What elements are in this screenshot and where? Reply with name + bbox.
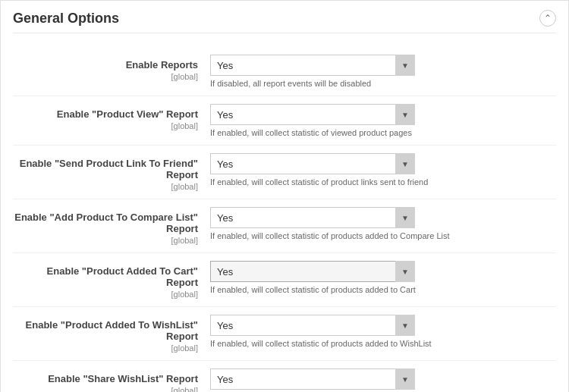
setting-row: Enable "Product Added To Cart" Report[gl…	[13, 253, 556, 307]
setting-hint: If enabled, will collect statistic of pr…	[210, 177, 556, 187]
setting-label-col: Enable "Add Product To Compare List" Rep…	[13, 207, 210, 245]
setting-row: Enable "Share WishList" Report[global]Ye…	[13, 361, 556, 392]
collapse-button[interactable]: ⌃	[539, 10, 556, 27]
setting-scope: [global]	[13, 236, 198, 245]
setting-control-col: YesNo▼If disabled, all report events wil…	[210, 55, 556, 88]
setting-label-col: Enable "Share WishList" Report[global]	[13, 368, 210, 392]
setting-label: Enable "Product View" Report	[13, 108, 198, 120]
setting-select-enable_add_product_compare[interactable]: YesNo	[210, 207, 415, 228]
settings-panel: General Options ⌃ Enable Reports[global]…	[0, 0, 569, 392]
setting-row: Enable "Product Added To WishList" Repor…	[13, 307, 556, 361]
select-wrapper: YesNo▼	[210, 261, 415, 282]
select-wrapper: YesNo▼	[210, 104, 415, 125]
select-wrapper: YesNo▼	[210, 368, 415, 390]
setting-hint: If enabled, will collect statistic of vi…	[210, 128, 556, 137]
setting-hint: If enabled, will collect statistic of pr…	[210, 231, 556, 240]
setting-control-col: YesNo▼If enabled, will collect statistic…	[210, 315, 556, 348]
select-wrapper: YesNo▼	[210, 315, 415, 336]
select-wrapper: YesNo▼	[210, 55, 415, 76]
setting-label-col: Enable "Product Added To Cart" Report[gl…	[13, 261, 210, 299]
setting-label: Enable "Send Product Link To Friend" Rep…	[13, 158, 198, 180]
setting-row: Enable "Product View" Report[global]YesN…	[13, 96, 556, 146]
panel-header: General Options ⌃	[13, 10, 556, 33]
setting-hint: If enabled, will collect statistic of pr…	[210, 285, 556, 294]
select-wrapper: YesNo▼	[210, 153, 415, 174]
setting-scope: [global]	[13, 72, 198, 81]
page-title: General Options	[13, 11, 119, 27]
setting-label: Enable "Add Product To Compare List" Rep…	[13, 212, 198, 234]
setting-hint: If enabled, will collect statistic of pr…	[210, 339, 556, 348]
setting-label: Enable Reports	[13, 59, 198, 71]
setting-row: Enable "Add Product To Compare List" Rep…	[13, 199, 556, 253]
setting-control-col: YesNo▼If enabled, will collect statistic…	[210, 261, 556, 294]
setting-scope: [global]	[13, 343, 198, 353]
setting-label-col: Enable "Product View" Report[global]	[13, 104, 210, 130]
setting-scope: [global]	[13, 121, 198, 130]
setting-control-col: YesNo▼If enabled, will collect statistic…	[210, 153, 556, 187]
setting-scope: [global]	[13, 290, 198, 299]
setting-control-col: YesNo▼If enabled, will collect statistic…	[210, 207, 556, 240]
setting-select-enable_product_added_wishlist[interactable]: YesNo	[210, 315, 415, 336]
setting-label-col: Enable Reports[global]	[13, 55, 210, 81]
setting-control-col: YesNo▼If enabled, will collect statistic…	[210, 368, 556, 392]
setting-label: Enable "Product Added To Cart" Report	[13, 265, 198, 288]
setting-select-enable_product_view_report[interactable]: YesNo	[210, 104, 415, 125]
setting-row: Enable "Send Product Link To Friend" Rep…	[13, 146, 556, 199]
setting-row: Enable Reports[global]YesNo▼If disabled,…	[13, 47, 556, 96]
setting-label: Enable "Share WishList" Report	[13, 373, 198, 384]
setting-select-enable_reports[interactable]: YesNo	[210, 55, 415, 76]
setting-control-col: YesNo▼If enabled, will collect statistic…	[210, 104, 556, 137]
setting-label-col: Enable "Send Product Link To Friend" Rep…	[13, 153, 210, 191]
setting-select-enable_share_wishlist[interactable]: YesNo	[210, 368, 415, 390]
setting-label: Enable "Product Added To WishList" Repor…	[13, 319, 198, 342]
select-wrapper: YesNo▼	[210, 207, 415, 228]
setting-select-enable_product_added_cart[interactable]: YesNo	[210, 261, 415, 282]
setting-label-col: Enable "Product Added To WishList" Repor…	[13, 315, 210, 353]
setting-select-enable_send_product_link[interactable]: YesNo	[210, 153, 415, 174]
setting-scope: [global]	[13, 182, 198, 191]
setting-hint: If disabled, all report events will be d…	[210, 79, 556, 88]
setting-scope: [global]	[13, 386, 198, 392]
settings-table: Enable Reports[global]YesNo▼If disabled,…	[13, 47, 556, 392]
